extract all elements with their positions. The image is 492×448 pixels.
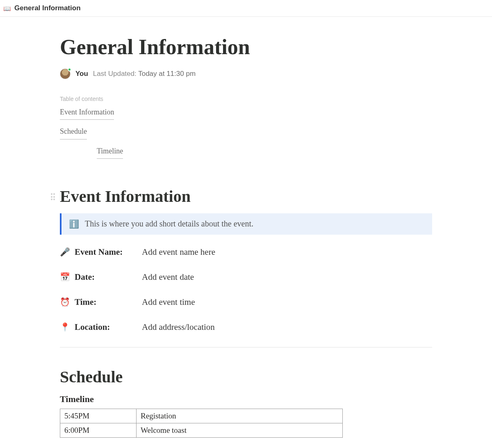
timeline-activity[interactable]: Registation: [137, 409, 343, 423]
divider: [60, 347, 432, 347]
timeline-time[interactable]: 5:45PM: [60, 409, 137, 423]
updated-label: Last Updated:: [93, 70, 137, 78]
toc-link-schedule[interactable]: Schedule: [60, 125, 87, 139]
callout-text: This is where you add short details abou…: [85, 219, 253, 229]
toc-link-event-information[interactable]: Event Information: [60, 105, 114, 120]
clock-icon: ⏰: [60, 297, 70, 307]
book-icon: 📖: [3, 5, 11, 11]
breadcrumb: 📖 General Information: [0, 0, 492, 17]
field-value[interactable]: Add event name here: [142, 247, 215, 257]
heading-timeline[interactable]: Timeline: [60, 394, 432, 405]
table-row[interactable]: 6:00PM Welcome toast: [60, 423, 343, 437]
author-name[interactable]: You: [75, 70, 88, 78]
drag-handle-icon[interactable]: [51, 193, 57, 201]
heading-text: Event Information: [60, 187, 191, 206]
page-title[interactable]: General Information: [60, 35, 432, 59]
microphone-icon: 🎤: [60, 247, 70, 257]
table-row[interactable]: 5:45PM Registation: [60, 409, 343, 423]
field-value[interactable]: Add event date: [142, 272, 194, 282]
presence-indicator-icon: [68, 68, 71, 71]
avatar[interactable]: [60, 69, 71, 79]
timeline-time[interactable]: 6:00PM: [60, 423, 137, 437]
byline: You Last Updated: Today at 11:30 pm: [60, 69, 432, 79]
field-value[interactable]: Add event time: [142, 297, 195, 307]
field-date[interactable]: 📅 Date: Add event date: [60, 272, 432, 282]
table-of-contents: Table of contents Event Information Sche…: [60, 96, 432, 164]
field-label: Time:: [75, 297, 96, 307]
info-callout[interactable]: ℹ️ This is where you add short details a…: [60, 213, 432, 235]
field-label: Event Name:: [75, 247, 123, 257]
heading-text: Schedule: [60, 368, 123, 386]
timeline-activity[interactable]: Welcome toast: [137, 423, 343, 437]
calendar-icon: 📅: [60, 272, 70, 282]
timeline-table[interactable]: 5:45PM Registation 6:00PM Welcome toast: [60, 409, 343, 438]
heading-schedule[interactable]: Schedule: [60, 367, 432, 386]
breadcrumb-title[interactable]: General Information: [14, 4, 81, 12]
pin-icon: 📍: [60, 322, 70, 332]
field-time[interactable]: ⏰ Time: Add event time: [60, 297, 432, 307]
field-event-name[interactable]: 🎤 Event Name: Add event name here: [60, 247, 432, 257]
heading-event-information[interactable]: Event Information: [60, 187, 432, 206]
toc-link-timeline[interactable]: Timeline: [97, 144, 123, 159]
info-icon: ℹ️: [69, 219, 79, 229]
field-label: Location:: [75, 322, 110, 332]
field-location[interactable]: 📍 Location: Add address/location: [60, 322, 432, 332]
field-value[interactable]: Add address/location: [142, 322, 215, 332]
toc-header: Table of contents: [60, 96, 432, 102]
updated-value: Today at 11:30 pm: [138, 70, 196, 78]
field-label: Date:: [75, 272, 95, 282]
